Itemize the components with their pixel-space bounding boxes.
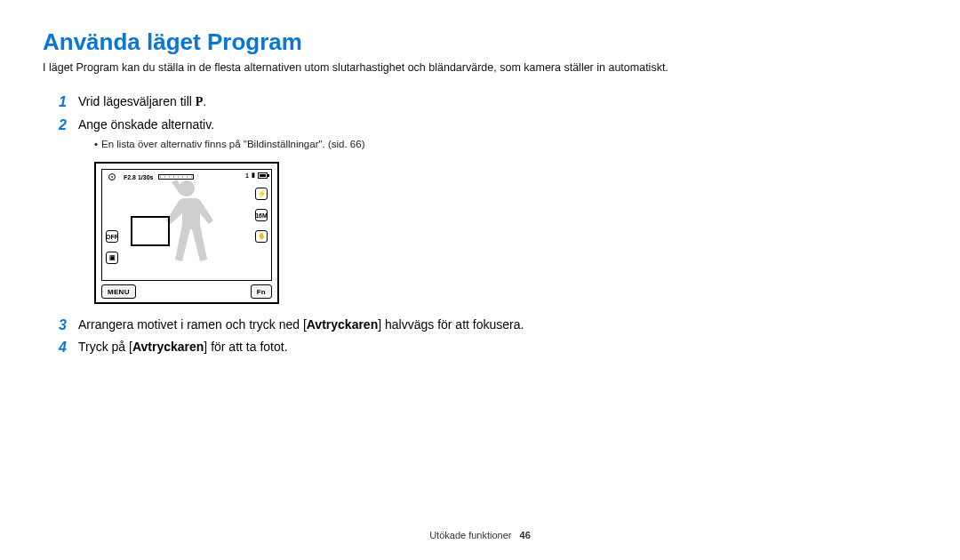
shutter-bold: Avtryckaren [307, 317, 378, 332]
step1-post: . [203, 94, 206, 108]
step-2-sub-text: En lista över alternativ finns på "Bildi… [101, 139, 364, 149]
fn-button[interactable]: Fn [251, 284, 272, 299]
step-1: 1 Vrid lägesväljaren till P. [59, 93, 917, 111]
footer-page-number: 46 [520, 530, 531, 540]
face-detect-off-icon: OFF [106, 230, 118, 243]
flash-icon: ⚡ [255, 188, 268, 200]
menu-button[interactable]: MENU [101, 284, 136, 299]
bullet-icon: • [94, 139, 98, 149]
step3-c: ] halvvägs för att fokusera. [378, 317, 524, 332]
resolution-icon: 16M [255, 209, 268, 221]
step-number: 1 [59, 93, 78, 110]
footer-section: Utökade funktioner [429, 530, 511, 540]
shutter-bold: Avtryckaren [132, 340, 204, 354]
step-text: Vrid lägesväljaren till P. [78, 93, 206, 111]
intro-text: I läget Program kan du ställa in de fles… [43, 61, 917, 74]
steps-list: 1 Vrid lägesväljaren till P. 2 Ange önsk… [59, 93, 917, 356]
sd-card-icon: ▮ [252, 172, 255, 179]
camera-lcd: OFF ▣ F2.8 1/30s 1 ▮ ⚡ 16M ✋ [101, 169, 272, 281]
step-text: Tryck på [Avtryckaren] för att ta fotot. [78, 339, 288, 356]
step-2: 2 Ange önskade alternativ. [59, 116, 917, 133]
battery-icon [258, 172, 268, 179]
step-number: 2 [59, 116, 78, 133]
step-2-sub: •En lista över alternativ finns på "Bild… [94, 139, 917, 149]
mode-camera-icon [106, 172, 118, 182]
step-number: 3 [59, 316, 78, 333]
camera-screen-illustration: OFF ▣ F2.8 1/30s 1 ▮ ⚡ 16M ✋ [94, 162, 279, 304]
step1-pre: Vrid lägesväljaren till [78, 94, 196, 108]
step-number: 4 [59, 339, 78, 356]
focus-frame-icon [131, 216, 170, 246]
aperture-shutter-text: F2.8 1/30s [124, 174, 153, 180]
stabilizer-icon: ✋ [255, 230, 268, 243]
step-text: Arrangera motivet i ramen och tryck ned … [78, 316, 524, 333]
step-text: Ange önskade alternativ. [78, 116, 214, 133]
step3-a: Arrangera motivet i ramen och tryck ned … [78, 317, 307, 332]
step-3: 3 Arrangera motivet i ramen och tryck ne… [59, 316, 917, 333]
step4-a: Tryck på [ [78, 340, 132, 354]
page-title: Använda läget Program [43, 28, 917, 56]
drive-single-icon: ▣ [106, 252, 118, 264]
shots-remaining: 1 [245, 172, 249, 179]
page-footer: Utökade funktioner 46 [0, 530, 960, 540]
step-4: 4 Tryck på [Avtryckaren] för att ta foto… [59, 339, 917, 356]
step4-c: ] för att ta fotot. [204, 340, 287, 354]
